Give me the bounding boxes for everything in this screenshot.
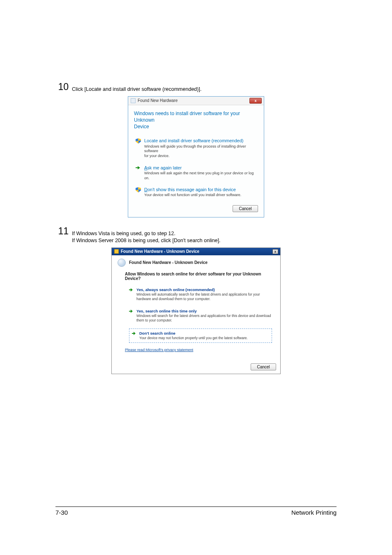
close-button[interactable]: x — [272, 249, 278, 254]
option-ask-later[interactable]: Ask me again later Windows will ask agai… — [134, 163, 258, 185]
dialog-title: Found New Hardware — [138, 98, 178, 103]
close-icon: x — [274, 250, 276, 254]
shield-icon — [136, 138, 141, 143]
dialog-subheader: Found New Hardware - Unknown Device — [118, 259, 274, 269]
privacy-statement-link[interactable]: Please read Microsoft's privacy statemen… — [118, 345, 274, 356]
option-dont-search-desc: Your device may not function properly un… — [139, 336, 248, 340]
option-dont-show-desc: Your device will not function until you … — [144, 193, 256, 198]
dialog-question: Allow Windows to search online for drive… — [118, 269, 274, 285]
step-10-text: Click [Locate and install driver softwar… — [72, 82, 201, 93]
option-always-search[interactable]: Yes, always search online (recommended) … — [129, 285, 272, 306]
close-icon: x — [254, 99, 256, 103]
hardware-icon — [114, 249, 119, 254]
option-always-title: Yes, always search online (recommended) — [136, 287, 272, 292]
option-once-desc: Windows will search for the latest drive… — [136, 314, 272, 323]
dialog-title: Found New Hardware - Unknown Device — [121, 249, 199, 254]
option-locate-install[interactable]: Locate and install driver software (reco… — [134, 136, 258, 162]
option-locate-title: Locate and install driver software (reco… — [144, 138, 256, 143]
back-arrow-icon[interactable] — [118, 259, 126, 267]
option-dont-search-title: Don't search online — [139, 331, 248, 335]
option-always-desc: Windows will automatically search for th… — [136, 292, 272, 301]
found-new-hardware-unknown-dialog: Found New Hardware - Unknown Device x Fo… — [111, 247, 281, 374]
option-once-title: Yes, search online this time only — [136, 309, 272, 313]
option-locate-desc: Windows will guide you through the proce… — [144, 144, 256, 159]
step-number-11: 11 — [55, 227, 69, 236]
option-ask-title: Ask me again later — [144, 165, 256, 171]
step-number-10: 10 — [55, 82, 69, 92]
option-ask-desc: Windows will ask again the next time you… — [144, 171, 256, 180]
page-footer: 7-30 Network Printing — [55, 506, 337, 516]
hardware-icon — [131, 98, 136, 103]
cancel-button[interactable]: Cancel — [251, 363, 276, 370]
arrow-icon — [129, 288, 134, 292]
shield-icon — [136, 187, 141, 192]
dialog-heading: Windows needs to install driver software… — [134, 110, 258, 130]
arrow-icon — [129, 309, 134, 314]
arrow-icon — [132, 331, 136, 336]
cancel-button[interactable]: Cancel — [233, 205, 258, 212]
dialog-titlebar: Found New Hardware x — [128, 97, 264, 105]
option-dont-show-title: Don't show this message again for this d… — [144, 187, 256, 192]
found-new-hardware-dialog: Found New Hardware x Windows needs to in… — [128, 96, 264, 217]
page-number: 7-30 — [55, 509, 68, 516]
option-dont-search[interactable]: Don't search online Your device may not … — [129, 328, 272, 343]
dialog-titlebar: Found New Hardware - Unknown Device x — [112, 248, 280, 255]
step-10: 10 Click [Locate and install driver soft… — [55, 82, 337, 93]
close-button[interactable]: x — [249, 98, 262, 104]
step-11-text: If Windows Vista is being used, go to st… — [72, 227, 221, 244]
section-title: Network Printing — [291, 509, 337, 516]
step-11: 11 If Windows Vista is being used, go to… — [55, 227, 337, 244]
arrow-icon — [136, 165, 141, 171]
option-search-once[interactable]: Yes, search online this time only Window… — [129, 306, 272, 328]
option-dont-show[interactable]: Don't show this message again for this d… — [134, 185, 258, 202]
